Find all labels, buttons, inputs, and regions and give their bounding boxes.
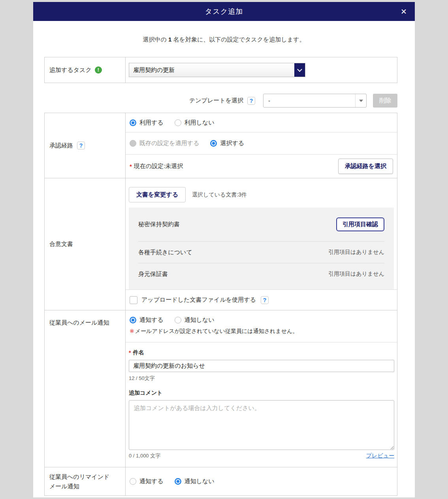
radio-label: 既存の設定を適用する [139,140,199,147]
task-row: 追加するタスク ! 雇用契約の更新 [44,57,397,83]
radio-use-yes[interactable]: 利用する [130,119,164,127]
approval-row-label: 承認経路 ? [45,113,126,178]
documents-list-area: 文書を変更する 選択している文書:3件 秘密保持契約書 引用項目確認 各種手続き… [126,178,397,289]
radio-label: 通知しない [184,316,215,324]
approval-label-text: 承認経路 [49,142,73,149]
select-approval-route-button[interactable]: 承認経路を選択 [338,159,393,174]
change-documents-button[interactable]: 文書を変更する [129,187,186,202]
document-name: 各種手続きについて [138,249,192,256]
task-row-content: 雇用契約の更新 [126,57,397,83]
close-icon[interactable]: ✕ [401,8,407,15]
document-item: 身元保証書 引用項目はありません [138,263,384,285]
delete-button[interactable]: 削除 [373,94,397,108]
required-mark: * [129,350,131,356]
radio-unselected-icon [175,119,181,126]
radio-selected-icon [175,478,181,485]
comment-footer: 0 / 1,000 文字 プレビュー [129,452,394,459]
radio-unselected-icon [130,478,136,485]
document-item: 秘密保持契約書 引用項目確認 [138,208,384,241]
info-icon: ! [95,66,102,74]
radio-reminder-no[interactable]: 通知しない [175,478,215,485]
quote-items-confirm-button[interactable]: 引用項目確認 [336,217,384,231]
subject-label-row: * 件名 [129,349,394,356]
radio-notify-yes[interactable]: 通知する [130,316,164,324]
radio-label: 通知する [139,478,164,485]
comment-label: 追加コメント [129,389,394,397]
upload-file-checkbox[interactable] [130,296,137,304]
mail-content-area: * 件名 12 / 50文字 追加コメント 0 / 1,000 文字 プレビュー [126,342,397,467]
document-note: 引用項目はありません [328,270,384,278]
comment-textarea[interactable] [129,400,394,450]
settings-table: 承認経路 ? 利用する 利用しない 既存の [44,113,397,496]
radio-label: 選択する [220,140,244,147]
template-select-value: - [268,97,270,104]
approval-mode-options: 既存の設定を適用する 選択する [126,132,397,154]
radio-label: 利用する [139,119,164,127]
preview-link[interactable]: プレビュー [366,452,394,459]
help-icon[interactable]: ? [247,97,255,105]
comment-counter: 0 / 1,000 文字 [129,452,160,459]
mail-note: ※メールアドレスが設定されていない従業員には通知されません。 [130,328,393,335]
radio-label: 通知する [139,316,164,324]
task-select-value: 雇用契約の更新 [133,66,175,74]
reminder-row-label: 従業員へのリマインド メール通知 [45,467,126,495]
subtitle-suffix: 名を対象に、以下の設定でタスクを追加します。 [171,36,305,43]
add-task-dialog: タスク追加 ✕ 選択中の 1 名を対象に、以下の設定でタスクを追加します。 追加… [33,2,415,497]
mail-notify-options: 通知する 通知しない ※メールアドレスが設定されていない従業員には通知されません… [126,310,397,342]
radio-label: 通知しない [184,478,215,485]
template-label: テンプレートを選択 [189,97,243,104]
radio-notify-no[interactable]: 通知しない [175,316,215,324]
task-select[interactable]: 雇用契約の更新 [129,63,305,77]
task-label-text: 追加するタスク [49,66,92,74]
reminder-row-content: 通知する 通知しない [126,467,397,495]
reminder-label-line2: メール通知 [49,482,109,491]
mail-notification-row: 従業員へのメール通知 通知する 通知しない [45,310,397,467]
current-setting-value: 現在の設定:未選択 [134,163,183,170]
upload-file-option-row: アップロードした文書ファイルを使用する ? [126,289,397,310]
documents-row-content: 文書を変更する 選択している文書:3件 秘密保持契約書 引用項目確認 各種手続き… [126,178,397,310]
document-name: 秘密保持契約書 [138,221,180,228]
help-icon[interactable]: ? [77,142,85,149]
approval-use-options: 利用する 利用しない [126,113,397,132]
document-item: 各種手続きについて 引用項目はありません [138,241,384,263]
note-mark: ※ [130,328,134,334]
template-row: テンプレートを選択 ? - 削除 [44,94,397,108]
documents-head: 文書を変更する 選択している文書:3件 [129,187,394,202]
upload-file-checkbox-label[interactable]: アップロードした文書ファイルを使用する [141,296,256,304]
radio-label: 利用しない [184,119,215,127]
current-setting-text: * 現在の設定:未選択 [130,163,183,170]
approval-row-content: 利用する 利用しない 既存の設定を適用する 選択する [126,113,397,178]
chevron-down-icon [294,63,305,77]
document-note: 引用項目はありません [328,249,384,256]
documents-label-text: 合意文書 [49,240,73,248]
radio-selected-icon [130,317,136,323]
document-name: 身元保証書 [138,270,168,278]
approval-current-setting-row: * 現在の設定:未選択 承認経路を選択 [126,154,397,178]
task-row-label: 追加するタスク ! [45,57,126,83]
radio-selected-icon [130,119,136,126]
radio-reminder-yes[interactable]: 通知する [130,478,164,485]
mail-notification-row-content: 通知する 通知しない ※メールアドレスが設定されていない従業員には通知されません… [126,310,397,467]
documents-list: 秘密保持契約書 引用項目確認 各種手続きについて 引用項目はありません 身元保証… [129,208,394,290]
subject-input[interactable] [129,360,394,372]
dialog-header: タスク追加 ✕ [33,2,415,21]
radio-disabled-icon [130,140,136,147]
documents-row-label: 合意文書 [45,178,126,310]
note-text: メールアドレスが設定されていない従業員には通知されません。 [135,328,298,334]
reminder-row: 従業員へのリマインド メール通知 通知する 通知しない [45,467,397,495]
mail-notification-label-text: 従業員へのメール通知 [49,319,109,327]
radio-apply-existing: 既存の設定を適用する [130,140,199,147]
dialog-subtitle: 選択中の 1 名を対象に、以下の設定でタスクを追加します。 [33,36,415,43]
radio-use-no[interactable]: 利用しない [175,119,215,127]
approval-row: 承認経路 ? 利用する 利用しない 既存の [45,113,397,178]
selected-documents-info: 選択している文書:3件 [192,191,247,198]
radio-selected-icon [210,140,217,147]
subject-label: 件名 [133,349,144,356]
help-icon[interactable]: ? [261,296,269,304]
subtitle-prefix: 選択中の [143,36,169,43]
dialog-title: タスク追加 [205,7,243,16]
reminder-options: 通知する 通知しない [126,467,397,495]
template-select[interactable]: - [263,94,367,108]
radio-select-route[interactable]: 選択する [210,140,244,147]
dropdown-arrow-icon [355,94,366,107]
